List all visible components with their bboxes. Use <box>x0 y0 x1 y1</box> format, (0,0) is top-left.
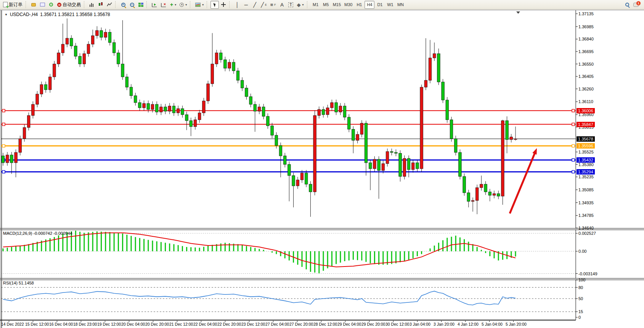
line-handle[interactable] <box>2 109 5 112</box>
templates-button[interactable]: ▾ <box>194 1 205 9</box>
candle <box>446 100 449 120</box>
price-tick-label: 1.36695 <box>578 49 594 54</box>
line-handle[interactable] <box>572 145 575 147</box>
fibonacci-tool-button[interactable]: ≡F <box>269 1 278 9</box>
candle <box>236 71 239 81</box>
price-tick-label: 1.36985 <box>578 24 594 29</box>
collapse-icon[interactable]: ▼ <box>5 13 8 16</box>
line-handle[interactable] <box>2 145 5 147</box>
candle <box>292 176 295 186</box>
line-handle[interactable] <box>572 123 575 126</box>
timeframe-h4-button[interactable]: H4 <box>365 1 374 9</box>
candle <box>288 165 291 176</box>
channel-tool-button[interactable]: ╱E <box>259 1 268 9</box>
candle <box>373 159 376 169</box>
auto-scroll-icon <box>152 2 157 7</box>
line-handle[interactable] <box>572 170 575 173</box>
add-indicator-button[interactable]: + ▾ <box>169 1 178 9</box>
rsi-tick-label: 0 <box>578 315 581 320</box>
timeframe-m30-button[interactable]: M30 <box>343 1 354 9</box>
candle <box>296 180 299 186</box>
price-tick-label: 1.36260 <box>578 87 594 91</box>
candle <box>343 106 346 117</box>
time-tick <box>393 320 393 322</box>
label-tool-button[interactable]: T <box>287 1 295 9</box>
time-tick <box>9 320 9 322</box>
trendline-tool-button[interactable]: ╱ <box>251 1 259 9</box>
price-level-badge: 1.35432 <box>577 157 595 163</box>
hline-tool-button[interactable]: ─ <box>242 1 250 9</box>
chart-shift-marker[interactable] <box>516 11 520 14</box>
bar-chart-button[interactable] <box>88 1 96 9</box>
zoom-in-button[interactable]: + <box>119 1 127 9</box>
candlestick-chart-button[interactable] <box>96 1 105 9</box>
macd-panel[interactable] <box>0 229 644 279</box>
autotrade-button[interactable]: 自动交易 <box>56 1 82 9</box>
chart-symbol-period: USDCAD-,H4 <box>10 12 38 17</box>
candle <box>164 107 167 111</box>
macd-name: MACD(12,26,9) <box>3 231 32 236</box>
trend-arrow-annotation[interactable] <box>510 148 537 213</box>
candle <box>151 104 154 109</box>
main-chart-panel[interactable] <box>0 10 644 229</box>
candle <box>134 96 137 103</box>
candle <box>407 158 410 170</box>
line-chart-button[interactable] <box>105 1 114 9</box>
timeframe-h1-button[interactable]: H1 <box>354 1 364 9</box>
candle <box>262 107 265 116</box>
timeframe-m15-button[interactable]: M15 <box>331 1 342 9</box>
timeframe-m1-button[interactable]: M1 <box>311 1 321 9</box>
market-watch-button[interactable] <box>29 1 38 9</box>
candle <box>147 103 150 110</box>
candle <box>224 60 227 68</box>
candle <box>91 36 94 44</box>
line-handle[interactable] <box>572 109 575 112</box>
price-level-badge: 1.36006 <box>577 108 595 113</box>
chart-window-button[interactable] <box>38 1 47 9</box>
search-button[interactable] <box>623 1 631 9</box>
timeframe-mn-button[interactable]: MN <box>395 1 405 9</box>
text-tool-button[interactable]: A <box>278 1 286 9</box>
tile-windows-button[interactable] <box>137 1 145 9</box>
candle <box>475 187 479 200</box>
candle <box>459 152 462 176</box>
timeframe-m5-button[interactable]: M5 <box>321 1 331 9</box>
candle <box>66 38 69 44</box>
toolbar-separator <box>115 1 117 8</box>
candle <box>48 77 51 90</box>
line-handle[interactable] <box>2 123 5 126</box>
auto-scroll-button[interactable] <box>150 1 159 9</box>
crosshair-tool-button[interactable] <box>219 1 228 9</box>
chart-shift-button[interactable] <box>159 1 168 9</box>
candle <box>267 116 270 126</box>
candle <box>53 64 56 77</box>
line-handle[interactable] <box>572 158 575 161</box>
candle <box>283 156 286 164</box>
period-button[interactable]: ▾ <box>178 1 188 9</box>
price-tick-label: 1.35235 <box>578 175 594 179</box>
candle <box>232 62 235 71</box>
candle <box>331 103 334 108</box>
time-tick <box>345 320 345 322</box>
vline-tool-button[interactable]: │ <box>233 1 241 9</box>
chart-window[interactable]: ▼ USDCAD-,H4 1.35671 1.35821 1.35658 1.3… <box>0 10 644 328</box>
candle <box>177 108 180 113</box>
shapes-tool-button[interactable]: ◆ ▾ <box>296 1 305 9</box>
timeframe-w1-button[interactable]: W1 <box>385 1 395 9</box>
cursor-tool-button[interactable] <box>210 1 219 9</box>
candle <box>360 123 363 134</box>
time-axis-label: 22 Dec 04:00 <box>193 322 217 326</box>
candle <box>322 110 325 115</box>
template-chart-icon <box>195 3 201 7</box>
notifications-button[interactable]: 1 <box>632 1 640 9</box>
new-order-button[interactable]: 新订单 <box>2 1 24 9</box>
candle <box>168 106 171 111</box>
line-handle[interactable] <box>2 170 5 173</box>
signals-button[interactable] <box>47 1 55 9</box>
candle <box>305 173 308 184</box>
zoom-out-button[interactable]: − <box>128 1 136 9</box>
rsi-panel[interactable] <box>0 280 644 320</box>
candle <box>121 64 124 77</box>
time-axis-label: 22 Dec 20:00 <box>217 322 241 326</box>
timeframe-d1-button[interactable]: D1 <box>375 1 385 9</box>
